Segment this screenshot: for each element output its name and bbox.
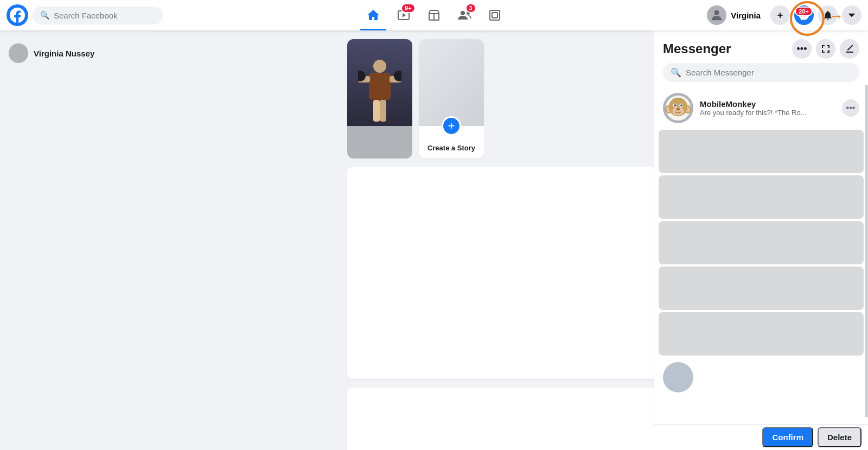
user-avatar	[707, 5, 726, 25]
svg-point-32	[678, 109, 679, 110]
expand-icon	[821, 45, 830, 53]
sidebar-user-profile[interactable]: Virginia Nussey	[4, 39, 191, 67]
messenger-search-input[interactable]	[686, 68, 852, 77]
compose-icon	[845, 45, 854, 53]
story-create-label: Create a Story	[427, 144, 475, 152]
home-nav-button[interactable]	[360, 2, 386, 28]
messenger-expand-button[interactable]	[816, 39, 835, 59]
messenger-search-icon: 🔍	[671, 67, 681, 78]
nav-center-icons: 9+ 3	[163, 2, 705, 28]
marketplace-icon	[427, 9, 441, 22]
facebook-logo-icon	[10, 8, 25, 23]
groups-badge: 3	[465, 3, 476, 13]
groups-nav-button[interactable]: 3	[451, 2, 477, 28]
story-person	[358, 55, 401, 126]
svg-rect-7	[492, 12, 497, 18]
bottom-action-bar: Confirm Delete	[654, 424, 868, 450]
user-name-label: Virginia	[731, 11, 761, 20]
svg-rect-15	[373, 100, 380, 122]
skeleton-item-4	[659, 267, 864, 310]
top-navigation: 🔍 9+ 3	[0, 0, 868, 30]
search-input[interactable]	[54, 11, 155, 20]
messenger-contact-item[interactable]: MobileMonkey Are you ready for this?! *T…	[654, 88, 868, 128]
messenger-badge: 20+	[795, 7, 813, 16]
messenger-panel: Messenger ••• 🔍	[654, 30, 868, 450]
contact-avatar-mobilemonkey	[663, 93, 693, 123]
svg-point-30	[676, 107, 680, 111]
story-card-create[interactable]: + Create a Story	[419, 39, 484, 159]
contact-preview: Are you ready for this?! *The Ro...	[700, 109, 835, 117]
story-card-existing[interactable]	[347, 39, 412, 159]
svg-point-31	[676, 109, 678, 110]
left-sidebar: Virginia Nussey	[0, 30, 195, 450]
story-create-bottom: + Create a Story	[419, 126, 484, 159]
skeleton-item-5	[659, 312, 864, 356]
panel-scrollbar[interactable]	[865, 85, 868, 417]
pages-icon	[488, 9, 501, 22]
svg-point-9	[373, 60, 386, 73]
contact-info-mobilemonkey: MobileMonkey Are you ready for this?! *T…	[700, 99, 835, 117]
svg-point-8	[714, 10, 719, 15]
svg-rect-10	[369, 73, 391, 100]
bell-icon	[822, 10, 833, 21]
search-icon: 🔍	[40, 11, 49, 20]
delete-button[interactable]: Delete	[818, 427, 861, 447]
person-silhouette	[358, 55, 401, 126]
notifications-button[interactable]	[818, 5, 838, 25]
nav-right-actions: Virginia + → 20+	[705, 3, 861, 27]
messenger-contact-peek[interactable]	[654, 358, 868, 397]
monkey-avatar-icon	[665, 95, 691, 121]
messenger-header-actions: •••	[792, 39, 859, 59]
skeleton-item-3	[659, 221, 864, 264]
svg-rect-16	[380, 100, 386, 122]
skeleton-item-2	[659, 175, 864, 219]
peek-avatar	[663, 362, 693, 392]
pages-nav-button[interactable]	[482, 2, 508, 28]
messenger-search[interactable]: 🔍	[663, 63, 859, 82]
contact-name: MobileMonkey	[700, 99, 835, 109]
watch-nav-button[interactable]: 9+	[391, 2, 417, 28]
messenger-title: Messenger	[663, 41, 731, 56]
messenger-button[interactable]: 20+	[794, 5, 814, 25]
messenger-header: Messenger •••	[654, 30, 868, 63]
skeleton-item-1	[659, 130, 864, 173]
account-menu-button[interactable]	[842, 5, 861, 25]
story-create-image	[419, 39, 484, 126]
messenger-compose-button[interactable]	[840, 39, 859, 59]
svg-marker-1	[403, 13, 406, 17]
svg-rect-6	[490, 10, 500, 20]
profile-button[interactable]: Virginia	[705, 3, 766, 27]
marketplace-nav-button[interactable]	[421, 2, 447, 28]
search-bar[interactable]: 🔍	[33, 7, 163, 24]
messenger-contact-list: MobileMonkey Are you ready for this?! *T…	[654, 88, 868, 427]
story-create-plus[interactable]: +	[442, 116, 461, 136]
svg-point-29	[681, 105, 682, 105]
confirm-button[interactable]: Confirm	[762, 427, 813, 447]
svg-point-28	[675, 105, 675, 105]
contact-more-button[interactable]: •••	[842, 99, 859, 117]
svg-point-4	[461, 11, 465, 15]
chevron-down-icon	[848, 11, 856, 19]
facebook-logo[interactable]	[7, 4, 28, 26]
add-button[interactable]: +	[770, 5, 790, 25]
home-icon	[367, 9, 380, 22]
story-image	[347, 39, 412, 126]
messenger-highlight-wrapper: → 20+	[794, 5, 814, 25]
sidebar-user-name: Virginia Nussey	[34, 49, 94, 58]
sidebar-avatar	[9, 43, 28, 63]
messenger-options-button[interactable]: •••	[792, 39, 812, 59]
watch-badge: 9+	[401, 3, 416, 13]
